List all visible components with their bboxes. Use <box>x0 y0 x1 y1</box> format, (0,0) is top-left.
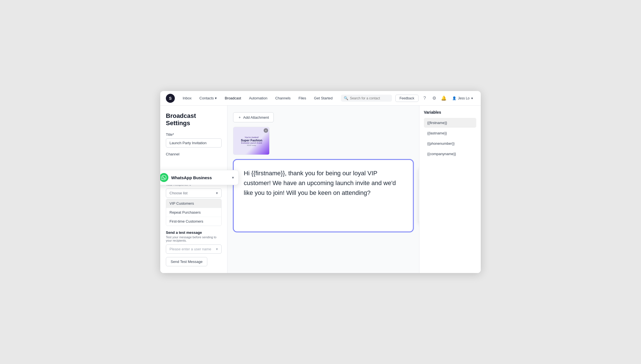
title-input[interactable] <box>166 138 222 148</box>
attachment-close-button[interactable]: × <box>264 128 268 133</box>
help-icon[interactable]: ? <box>421 95 428 102</box>
variable-item-companyname[interactable]: {{companyname}} <box>419 210 419 221</box>
user-menu[interactable]: 👤 Jess Lo ▾ <box>450 95 475 101</box>
user-name-select[interactable]: Please enter a user name ▾ <box>166 244 222 254</box>
whatsapp-icon <box>160 173 168 182</box>
main-content: Broadcast Settings Title* Channel WhatsA… <box>160 106 481 273</box>
channel-chevron-icon: ▾ <box>232 175 234 180</box>
chevron-down-icon: ▾ <box>215 96 217 100</box>
right-variable-firstname[interactable]: {{firstname}} <box>424 118 476 128</box>
nav-item-channels[interactable]: Channels <box>272 94 294 102</box>
test-section-sub: Test your message before sending to your… <box>166 235 222 242</box>
right-variable-companyname[interactable]: {{companyname}} <box>424 149 476 159</box>
channel-dropdown[interactable]: WhatsApp Business ▾ <box>160 170 239 185</box>
message-box[interactable]: Hi {{firstname}}, thank you for being ou… <box>233 159 414 232</box>
nav-item-inbox[interactable]: Inbox <box>179 94 195 102</box>
app-logo: S <box>166 94 175 103</box>
center-panel: ＋ Add Attachment You're Invited! Super F… <box>227 106 419 273</box>
add-attachment-button[interactable]: ＋ Add Attachment <box>233 112 274 122</box>
left-panel: Broadcast Settings Title* Channel WhatsA… <box>160 106 227 273</box>
nav-item-get-started[interactable]: Get Started <box>311 94 336 102</box>
page-title: Broadcast Settings <box>166 112 222 127</box>
recipient-list: VIP Customers Repeat Purchasers First-ti… <box>166 199 222 226</box>
user-avatar-icon: 👤 <box>452 96 456 100</box>
notifications-icon[interactable]: 🔔 <box>440 95 447 102</box>
recipients-section: Recipients* Total Recipients: 0 Choose l… <box>166 179 222 266</box>
nav-item-automation[interactable]: Automation <box>246 94 271 102</box>
variables-tooltip: Variables {{firstname}} {{lastname}} {{p… <box>419 168 419 223</box>
test-section-label: Send a test message <box>166 230 222 235</box>
nav-item-contacts[interactable]: Contacts ▾ <box>196 94 220 102</box>
variable-item-firstname[interactable]: {{firstname}} <box>419 179 419 190</box>
nav-right: Feedback ? ⚙ 🔔 👤 Jess Lo ▾ <box>395 95 475 102</box>
choose-list-button[interactable]: Choose list ▾ <box>166 188 222 198</box>
navbar: S Inbox Contacts ▾ Broadcast Automation … <box>160 91 481 106</box>
channel-label: Channel <box>166 152 222 156</box>
feedback-button[interactable]: Feedback <box>395 95 419 102</box>
user-select-chevron-icon: ▾ <box>216 247 218 251</box>
variable-item-lastname[interactable]: {{lastname}} <box>419 190 419 200</box>
right-panel: Variables {{firstname}} {{lastname}} {{p… <box>419 106 481 273</box>
right-variable-phonenumber[interactable]: {{phonenumber}} <box>424 139 476 148</box>
message-content: Hi {{firstname}}, thank you for being ou… <box>244 170 396 196</box>
attachment-preview: You're Invited! Super Fashion Exclusive … <box>233 127 270 155</box>
search-input[interactable] <box>350 96 389 100</box>
send-test-button[interactable]: Send Test Message <box>166 257 207 266</box>
recipient-item-vip[interactable]: VIP Customers <box>166 199 221 208</box>
settings-icon[interactable]: ⚙ <box>431 95 438 102</box>
nav-item-files[interactable]: Files <box>295 94 309 102</box>
plus-icon: ＋ <box>238 115 241 120</box>
variable-item-phonenumber[interactable]: {{phonenumber}} <box>419 200 419 210</box>
recipient-item-firsttime[interactable]: First-time Customers <box>166 217 221 226</box>
search-icon: 🔍 <box>344 96 348 100</box>
choose-list-chevron-icon: ▾ <box>216 191 218 195</box>
nav-item-broadcast[interactable]: Broadcast <box>221 94 245 102</box>
title-label: Title* <box>166 132 222 137</box>
invitation-card-line3: Exclusive Launch Event <box>241 142 262 144</box>
channel-name: WhatsApp Business <box>171 175 229 180</box>
invitation-card-line1: You're Invited! <box>245 136 259 139</box>
invitation-card-line2: Super Fashion <box>241 139 262 142</box>
right-panel-title: Variables <box>424 110 476 115</box>
whatsapp-logo <box>161 175 166 180</box>
recipient-item-repeat[interactable]: Repeat Purchasers <box>166 208 221 217</box>
invitation-card-line4: RSVP today <box>247 144 256 146</box>
search-bar: 🔍 <box>341 95 392 102</box>
right-variable-lastname[interactable]: {{lastname}} <box>424 128 476 138</box>
app-window: S Inbox Contacts ▾ Broadcast Automation … <box>160 91 481 273</box>
user-chevron-icon: ▾ <box>471 96 473 100</box>
user-name-label: Jess Lo <box>458 96 470 100</box>
variables-panel-title: Variables <box>419 170 419 179</box>
nav-items: Inbox Contacts ▾ Broadcast Automation Ch… <box>179 94 341 102</box>
